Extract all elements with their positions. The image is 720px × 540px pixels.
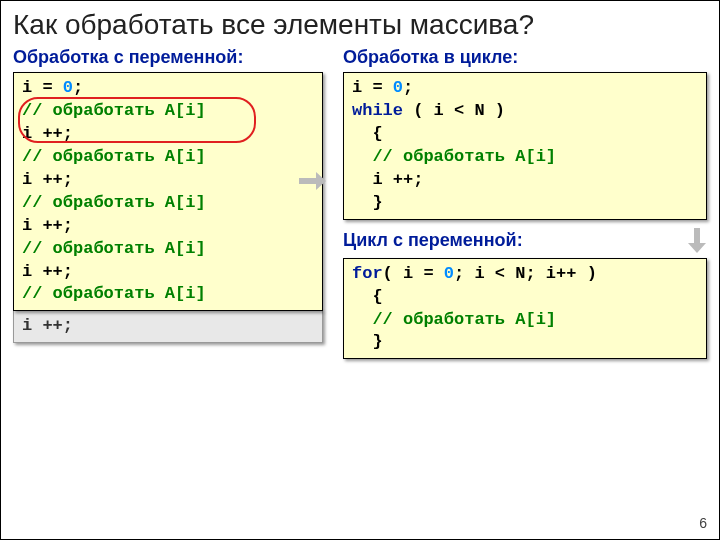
code-comment: // обработать A[i] (22, 284, 206, 303)
code-text: i = (22, 78, 63, 97)
code-text: { (352, 287, 383, 306)
right-heading-2: Цикл с переменной: (343, 230, 523, 251)
right-mid-row: Цикл с переменной: (343, 228, 707, 254)
code-text: i ++; (22, 124, 73, 143)
left-codebox: i = 0; // обработать A[i] i ++; // обраб… (13, 72, 323, 311)
code-text: i = (352, 78, 393, 97)
code-comment: // обработать A[i] (352, 147, 556, 166)
code-num: 0 (393, 78, 403, 97)
arrow-right-container (299, 171, 327, 191)
code-text: i ++; (22, 170, 73, 189)
left-column: Обработка с переменной: i = 0; // обрабо… (13, 47, 323, 359)
code-text: ; (73, 78, 83, 97)
code-text: i ++; (22, 262, 73, 281)
code-num: 0 (63, 78, 73, 97)
code-num: 0 (444, 264, 454, 283)
code-comment: // обработать A[i] (22, 147, 206, 166)
code-text: { (352, 124, 383, 143)
code-comment: // обработать A[i] (352, 310, 556, 329)
code-text: } (352, 332, 383, 351)
code-text: ( i = (383, 264, 444, 283)
code-text: i ++; (352, 170, 423, 189)
arrow-down-icon (687, 228, 707, 254)
code-comment: // обработать A[i] (22, 239, 206, 258)
code-text: i ++; (22, 216, 73, 235)
slide: Как обработать все элементы массива? Обр… (0, 0, 720, 540)
code-keyword: for (352, 264, 383, 283)
code-keyword: while (352, 101, 403, 120)
columns: Обработка с переменной: i = 0; // обрабо… (1, 43, 719, 359)
while-codebox: i = 0; while ( i < N ) { // обработать A… (343, 72, 707, 220)
right-heading-1: Обработка в цикле: (343, 47, 707, 68)
code-comment: // обработать A[i] (22, 101, 206, 120)
arrow-right-icon (299, 171, 327, 191)
code-text: ( i < N ) (403, 101, 505, 120)
for-codebox: for( i = 0; i < N; i++ ) { // обработать… (343, 258, 707, 360)
code-text: ; i < N; i++ ) (454, 264, 597, 283)
left-extra-codebox: i ++; (13, 310, 323, 343)
right-column: Обработка в цикле: i = 0; while ( i < N … (343, 47, 707, 359)
code-text: } (352, 193, 383, 212)
code-text: ; (403, 78, 413, 97)
slide-title: Как обработать все элементы массива? (1, 1, 719, 43)
page-number: 6 (699, 515, 707, 531)
code-comment: // обработать A[i] (22, 193, 206, 212)
left-heading: Обработка с переменной: (13, 47, 323, 68)
